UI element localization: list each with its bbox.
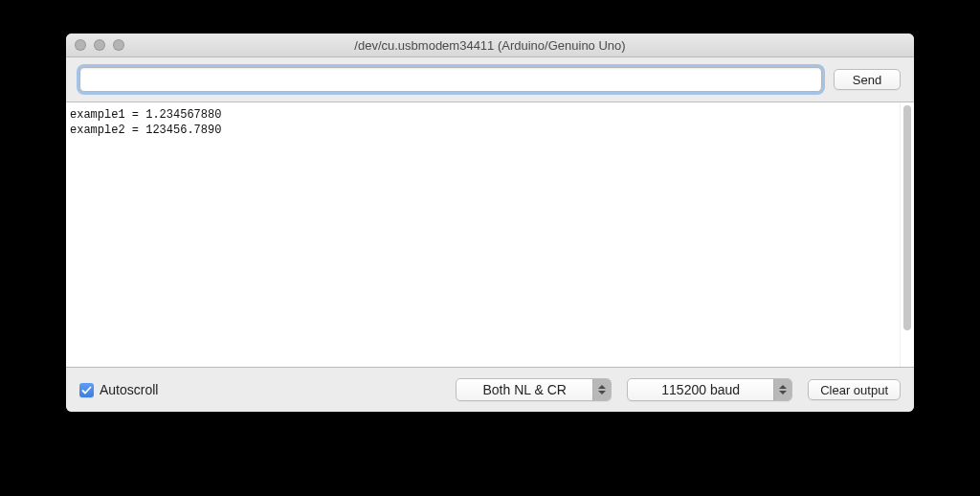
- serial-input[interactable]: [79, 67, 822, 92]
- stepper-arrows-icon: [773, 379, 791, 400]
- bottom-bar: Autoscroll Both NL & CR 115200 baud Clea…: [66, 367, 914, 412]
- window-controls: [75, 39, 124, 51]
- check-icon: [81, 385, 92, 395]
- serial-monitor-window: /dev/cu.usbmodem34411 (Arduino/Genuino U…: [66, 34, 914, 412]
- scrollbar-thumb[interactable]: [903, 105, 911, 330]
- clear-output-button[interactable]: Clear output: [808, 379, 901, 400]
- line-ending-select[interactable]: Both NL & CR: [456, 378, 612, 401]
- close-icon[interactable]: [75, 39, 86, 51]
- minimize-icon[interactable]: [94, 39, 105, 51]
- stepper-arrows-icon: [592, 379, 611, 400]
- zoom-icon[interactable]: [113, 39, 124, 51]
- autoscroll-option[interactable]: Autoscroll: [79, 382, 158, 397]
- output-pane: example1 = 1.234567880 example2 = 123456…: [66, 102, 914, 367]
- autoscroll-checkbox[interactable]: [79, 383, 94, 397]
- autoscroll-label: Autoscroll: [100, 382, 158, 397]
- line-ending-value: Both NL & CR: [457, 379, 592, 400]
- serial-output: example1 = 1.234567880 example2 = 123456…: [66, 103, 900, 367]
- title-bar: /dev/cu.usbmodem34411 (Arduino/Genuino U…: [66, 34, 914, 57]
- send-button[interactable]: Send: [834, 69, 901, 90]
- vertical-scrollbar[interactable]: [900, 103, 914, 367]
- window-title: /dev/cu.usbmodem34411 (Arduino/Genuino U…: [354, 38, 625, 53]
- baud-rate-value: 115200 baud: [628, 379, 773, 400]
- baud-rate-select[interactable]: 115200 baud: [627, 378, 792, 401]
- send-row: Send: [66, 57, 914, 102]
